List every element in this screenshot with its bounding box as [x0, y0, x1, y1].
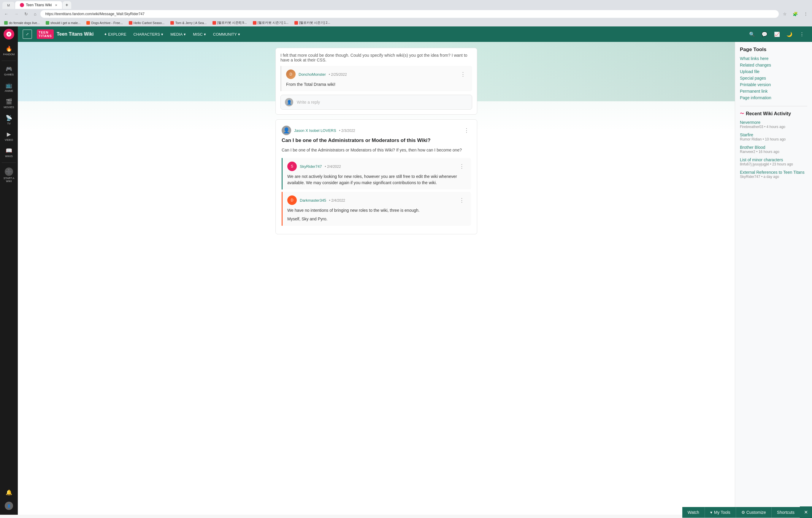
- printable-version-link[interactable]: Printable version: [740, 82, 771, 87]
- bookmark-3[interactable]: Dogs Archive - Free...: [85, 20, 124, 26]
- reply-author-dark[interactable]: Darkmaster345: [300, 198, 326, 202]
- forward-button[interactable]: →: [12, 10, 20, 18]
- activity-icon: 〜: [740, 111, 744, 116]
- bottom-bar: Watch ▾ My Tools ⚙ Customize Shortcuts ✕: [682, 507, 812, 515]
- special-pages-link[interactable]: Special pages: [740, 76, 766, 81]
- browser-tab-active[interactable]: Teen Titans Wiki ✕: [15, 1, 62, 9]
- bookmark-2[interactable]: should i get a male...: [44, 20, 83, 26]
- anime-icon: 📺: [6, 82, 12, 88]
- browser-tabs: M Teen Titans Wiki ✕ +: [0, 0, 812, 9]
- bookmark-6[interactable]: [헬로카봇 시즌8] 9...: [211, 20, 249, 26]
- question-meta: Jason X Isobel LOVERS • 2/3/2022: [294, 128, 459, 133]
- comment-intro-text: I felt that more could be done though. C…: [281, 53, 472, 62]
- bookmark-8[interactable]: [헬로카봇 시즌기] 2...: [293, 20, 332, 26]
- reply-author-sky[interactable]: SkyRider747: [300, 164, 322, 169]
- reply-header-dark: D ★ Darkmaster345 • 2/4/2022 ⋮: [287, 195, 466, 205]
- nav-misc[interactable]: MISC ▾: [190, 30, 209, 38]
- chevron-down-icon: ▾: [161, 32, 163, 36]
- bookmark-5[interactable]: Tom & Jerry | A Sea...: [169, 20, 208, 26]
- tab-close-button[interactable]: ✕: [55, 4, 57, 7]
- tab-label: Teen Titans Wiki: [26, 3, 52, 7]
- tools-link-special-pages[interactable]: Special pages: [740, 76, 807, 81]
- customize-button[interactable]: ⚙ Customize: [736, 507, 771, 515]
- activity-link-5[interactable]: External References to Teen Titans: [740, 170, 807, 175]
- menu-button[interactable]: ⋮: [802, 10, 810, 18]
- write-reply-box-1[interactable]: 👤 Write a reply: [281, 95, 472, 110]
- reply-skyrider: S ★ SkyRider747 • 2/4/2022 ⋮ We are not …: [282, 158, 471, 190]
- extensions-button[interactable]: 🧩: [791, 10, 800, 18]
- sidebar-item-movies[interactable]: 🎬 MOVIES: [0, 96, 18, 111]
- question-date: • 2/3/2022: [339, 129, 355, 133]
- sidebar-item-games[interactable]: 🎮 GAMES: [0, 63, 18, 78]
- chevron-down-icon-2: ▾: [184, 32, 186, 36]
- browser-tab-other[interactable]: M: [2, 2, 14, 9]
- nav-characters[interactable]: CHARACTERS ▾: [130, 30, 167, 38]
- theme-button[interactable]: 🌙: [784, 29, 795, 39]
- more-button[interactable]: ⋮: [796, 29, 807, 39]
- tools-link-page-info[interactable]: Page information: [740, 96, 807, 100]
- top-navigation: ⤢ TEENTITANS Teen Titans Wiki ✦ EXPLORE …: [18, 26, 812, 42]
- chat-button[interactable]: 💬: [759, 29, 770, 39]
- activity-link-3[interactable]: Brother Blood: [740, 145, 807, 150]
- nav-explore[interactable]: ✦ EXPLORE: [101, 30, 129, 38]
- question-more-button[interactable]: ⋮: [462, 127, 471, 134]
- page-tools-links: What links here Related changes Upload f…: [740, 56, 807, 100]
- right-sidebar: Page Tools What links here Related chang…: [735, 42, 812, 515]
- related-changes-link[interactable]: Related changes: [740, 63, 771, 67]
- nav-media[interactable]: MEDIA ▾: [167, 30, 189, 38]
- start-wiki-icon: ➕: [5, 167, 13, 176]
- nav-community[interactable]: COMMUNITY ▾: [210, 30, 243, 38]
- what-links-here-link[interactable]: What links here: [740, 56, 768, 61]
- comment-meta-doncho: DonchoMonster • 2/25/2022: [298, 72, 456, 77]
- activity-button[interactable]: 📈: [772, 29, 782, 39]
- activity-meta-2: Rumor Ridian • 10 hours ago: [740, 137, 807, 141]
- write-reply-placeholder-1: Write a reply: [297, 100, 320, 105]
- tools-link-what-links[interactable]: What links here: [740, 56, 807, 61]
- activity-item-3: Brother Blood Ranveer2 • 16 hours ago: [740, 145, 807, 154]
- sidebar-item-notifications[interactable]: 🔔: [0, 487, 18, 498]
- url-bar[interactable]: [40, 10, 779, 18]
- activity-link-2[interactable]: Starfire: [740, 133, 807, 137]
- watch-button[interactable]: Watch: [682, 507, 704, 515]
- question-header: 👤 Jason X Isobel LOVERS • 2/3/2022 ⋮: [282, 126, 471, 135]
- sidebar-item-tv[interactable]: 📡 TV: [0, 112, 18, 128]
- tools-link-upload-file[interactable]: Upload file: [740, 69, 807, 74]
- bookmark-1[interactable]: do female dogs live...: [2, 20, 41, 26]
- sidebar-divider-2: [2, 162, 16, 163]
- back-button[interactable]: ←: [2, 10, 10, 18]
- sidebar-item-anime[interactable]: 📺 ANIME: [0, 80, 18, 95]
- page-information-link[interactable]: Page information: [740, 96, 771, 100]
- sidebar-item-start-wiki[interactable]: ➕ START AWIKI: [0, 165, 18, 185]
- shortcuts-button[interactable]: Shortcuts: [771, 507, 800, 515]
- activity-link-1[interactable]: Nevermore: [740, 120, 807, 125]
- wiki-logo-image: TEENTITANS: [37, 29, 54, 39]
- tools-link-permanent[interactable]: Permanent link: [740, 89, 807, 93]
- expand-icon[interactable]: ⤢: [23, 29, 32, 39]
- question-author[interactable]: Jason X Isobel LOVERS: [294, 128, 336, 133]
- my-tools-button[interactable]: ▾ My Tools: [704, 507, 736, 515]
- search-button[interactable]: 🔍: [747, 29, 757, 39]
- reply-date-sky: • 2/4/2022: [325, 165, 341, 169]
- tools-link-printable[interactable]: Printable version: [740, 82, 807, 87]
- sidebar-item-wikis[interactable]: 📖 WIKIS: [0, 145, 18, 160]
- fandom-logo[interactable]: [4, 29, 14, 39]
- sidebar-item-fandom[interactable]: 🔥 FANDOM: [0, 43, 18, 58]
- bookmark-star[interactable]: ☆: [781, 10, 788, 18]
- reply-more-dark[interactable]: ⋮: [457, 196, 466, 204]
- browser-tab-new[interactable]: +: [63, 1, 71, 9]
- refresh-button[interactable]: ↻: [23, 10, 30, 18]
- permanent-link-link[interactable]: Permanent link: [740, 89, 767, 93]
- bookmark-7[interactable]: [헬로카봇 시즌기] 1...: [251, 20, 291, 26]
- reply-more-sky[interactable]: ⋮: [457, 162, 466, 170]
- tools-link-related-changes[interactable]: Related changes: [740, 63, 807, 67]
- upload-file-link[interactable]: Upload file: [740, 69, 759, 74]
- sidebar-item-video[interactable]: ▶ VIDEO: [0, 129, 18, 144]
- comment-more-button-doncho[interactable]: ⋮: [459, 71, 467, 78]
- avatar-doncho: D: [286, 70, 296, 79]
- home-button[interactable]: ⌂: [32, 10, 38, 18]
- bookmark-4[interactable]: Hello Carbot Seaso...: [127, 20, 167, 26]
- close-bar-button[interactable]: ✕: [800, 507, 812, 515]
- commenter-name-doncho[interactable]: DonchoMonster: [298, 72, 326, 77]
- activity-link-4[interactable]: List of minor characters: [740, 157, 807, 162]
- sidebar-item-user[interactable]: 👤: [0, 499, 18, 512]
